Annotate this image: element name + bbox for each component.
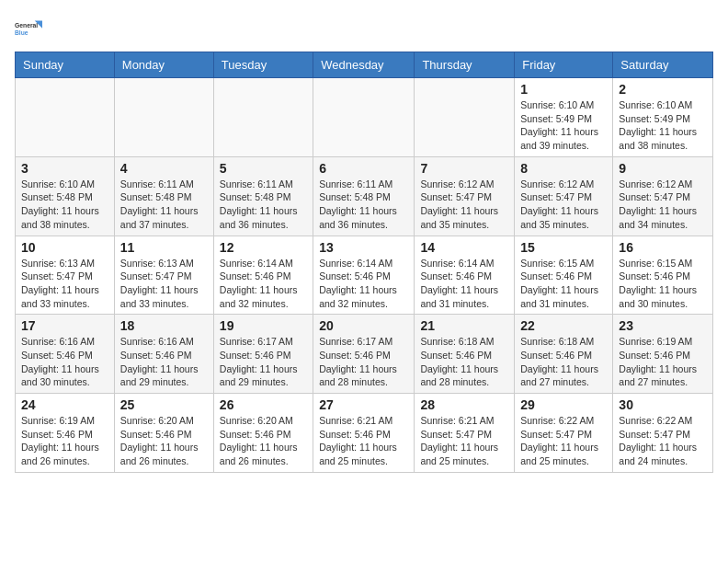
- calendar-cell: 29Sunrise: 6:22 AMSunset: 5:47 PMDayligh…: [515, 394, 613, 473]
- day-number: 3: [21, 161, 108, 176]
- calendar-cell: 24Sunrise: 6:19 AMSunset: 5:46 PMDayligh…: [16, 394, 115, 473]
- calendar-cell: 9Sunrise: 6:12 AMSunset: 5:47 PMDaylight…: [613, 156, 713, 236]
- column-header-thursday: Thursday: [415, 52, 515, 78]
- day-number: 11: [120, 240, 208, 255]
- calendar-cell: 26Sunrise: 6:20 AMSunset: 5:46 PMDayligh…: [213, 394, 313, 473]
- day-info: Sunrise: 6:18 AMSunset: 5:46 PMDaylight:…: [420, 335, 508, 389]
- calendar-cell: 7Sunrise: 6:12 AMSunset: 5:47 PMDaylight…: [415, 156, 515, 236]
- calendar-cell: 18Sunrise: 6:16 AMSunset: 5:46 PMDayligh…: [114, 315, 213, 394]
- calendar-cell: 2Sunrise: 6:10 AMSunset: 5:49 PMDaylight…: [613, 78, 713, 157]
- day-number: 20: [319, 318, 408, 333]
- day-number: 2: [619, 82, 707, 97]
- calendar-cell: 25Sunrise: 6:20 AMSunset: 5:46 PMDayligh…: [114, 394, 213, 473]
- day-info: Sunrise: 6:19 AMSunset: 5:46 PMDaylight:…: [619, 335, 707, 389]
- calendar-week-5: 24Sunrise: 6:19 AMSunset: 5:46 PMDayligh…: [16, 394, 713, 473]
- page-header: GeneralBlue: [15, 15, 713, 42]
- day-info: Sunrise: 6:14 AMSunset: 5:46 PMDaylight:…: [319, 257, 408, 311]
- calendar-cell: 3Sunrise: 6:10 AMSunset: 5:48 PMDaylight…: [16, 156, 115, 236]
- calendar-table: SundayMondayTuesdayWednesdayThursdayFrid…: [15, 52, 713, 473]
- day-number: 19: [220, 318, 307, 333]
- day-number: 8: [520, 161, 607, 176]
- day-info: Sunrise: 6:19 AMSunset: 5:46 PMDaylight:…: [21, 414, 108, 468]
- day-number: 10: [21, 240, 108, 255]
- calendar-cell: 1Sunrise: 6:10 AMSunset: 5:49 PMDaylight…: [515, 78, 613, 157]
- calendar-cell: 4Sunrise: 6:11 AMSunset: 5:48 PMDaylight…: [114, 156, 213, 236]
- calendar-cell: 14Sunrise: 6:14 AMSunset: 5:46 PMDayligh…: [415, 236, 515, 315]
- day-info: Sunrise: 6:17 AMSunset: 5:46 PMDaylight:…: [220, 335, 307, 389]
- column-header-saturday: Saturday: [613, 52, 713, 78]
- day-number: 30: [619, 397, 707, 412]
- day-info: Sunrise: 6:22 AMSunset: 5:47 PMDaylight:…: [520, 414, 607, 468]
- day-info: Sunrise: 6:16 AMSunset: 5:46 PMDaylight:…: [21, 335, 108, 389]
- calendar-cell: 30Sunrise: 6:22 AMSunset: 5:47 PMDayligh…: [613, 394, 713, 473]
- day-info: Sunrise: 6:13 AMSunset: 5:47 PMDaylight:…: [21, 257, 108, 311]
- day-number: 25: [120, 397, 208, 412]
- calendar-cell: 8Sunrise: 6:12 AMSunset: 5:47 PMDaylight…: [515, 156, 613, 236]
- day-info: Sunrise: 6:21 AMSunset: 5:46 PMDaylight:…: [319, 414, 408, 468]
- day-number: 5: [220, 161, 307, 176]
- day-info: Sunrise: 6:10 AMSunset: 5:49 PMDaylight:…: [520, 98, 607, 153]
- day-info: Sunrise: 6:14 AMSunset: 5:46 PMDaylight:…: [220, 257, 307, 311]
- day-number: 4: [120, 161, 208, 176]
- calendar-week-1: 1Sunrise: 6:10 AMSunset: 5:49 PMDaylight…: [16, 78, 713, 157]
- calendar-cell: 13Sunrise: 6:14 AMSunset: 5:46 PMDayligh…: [313, 236, 415, 315]
- calendar-cell: 17Sunrise: 6:16 AMSunset: 5:46 PMDayligh…: [16, 315, 115, 394]
- day-number: 13: [319, 240, 408, 255]
- calendar-cell: [415, 78, 515, 157]
- calendar-week-2: 3Sunrise: 6:10 AMSunset: 5:48 PMDaylight…: [16, 156, 713, 236]
- column-header-wednesday: Wednesday: [313, 52, 415, 78]
- calendar-cell: 20Sunrise: 6:17 AMSunset: 5:46 PMDayligh…: [313, 315, 415, 394]
- calendar-cell: [213, 78, 313, 157]
- day-info: Sunrise: 6:22 AMSunset: 5:47 PMDaylight:…: [619, 414, 707, 468]
- calendar-cell: 12Sunrise: 6:14 AMSunset: 5:46 PMDayligh…: [213, 236, 313, 315]
- day-info: Sunrise: 6:21 AMSunset: 5:47 PMDaylight:…: [420, 414, 508, 468]
- day-info: Sunrise: 6:12 AMSunset: 5:47 PMDaylight:…: [420, 178, 508, 232]
- day-info: Sunrise: 6:14 AMSunset: 5:46 PMDaylight:…: [420, 257, 508, 311]
- logo: GeneralBlue: [15, 15, 42, 42]
- logo-icon: GeneralBlue: [15, 15, 42, 42]
- day-info: Sunrise: 6:11 AMSunset: 5:48 PMDaylight:…: [120, 178, 208, 232]
- day-number: 7: [420, 161, 508, 176]
- day-number: 17: [21, 318, 108, 333]
- day-info: Sunrise: 6:15 AMSunset: 5:46 PMDaylight:…: [520, 257, 607, 311]
- calendar-cell: [16, 78, 115, 157]
- day-number: 6: [319, 161, 408, 176]
- day-number: 12: [220, 240, 307, 255]
- day-number: 15: [520, 240, 607, 255]
- svg-text:Blue: Blue: [15, 29, 28, 36]
- day-number: 21: [420, 318, 508, 333]
- day-number: 16: [619, 240, 707, 255]
- day-number: 22: [520, 318, 607, 333]
- day-info: Sunrise: 6:12 AMSunset: 5:47 PMDaylight:…: [520, 178, 607, 232]
- day-info: Sunrise: 6:11 AMSunset: 5:48 PMDaylight:…: [220, 178, 307, 232]
- calendar-cell: 27Sunrise: 6:21 AMSunset: 5:46 PMDayligh…: [313, 394, 415, 473]
- day-info: Sunrise: 6:11 AMSunset: 5:48 PMDaylight:…: [319, 178, 408, 232]
- calendar-cell: 5Sunrise: 6:11 AMSunset: 5:48 PMDaylight…: [213, 156, 313, 236]
- column-header-sunday: Sunday: [16, 52, 115, 78]
- day-number: 27: [319, 397, 408, 412]
- day-info: Sunrise: 6:17 AMSunset: 5:46 PMDaylight:…: [319, 335, 408, 389]
- column-header-tuesday: Tuesday: [213, 52, 313, 78]
- calendar-cell: 15Sunrise: 6:15 AMSunset: 5:46 PMDayligh…: [515, 236, 613, 315]
- day-info: Sunrise: 6:10 AMSunset: 5:49 PMDaylight:…: [619, 98, 707, 153]
- day-number: 26: [220, 397, 307, 412]
- day-number: 23: [619, 318, 707, 333]
- day-info: Sunrise: 6:18 AMSunset: 5:46 PMDaylight:…: [520, 335, 607, 389]
- calendar-cell: 28Sunrise: 6:21 AMSunset: 5:47 PMDayligh…: [415, 394, 515, 473]
- calendar-cell: [313, 78, 415, 157]
- calendar-cell: 10Sunrise: 6:13 AMSunset: 5:47 PMDayligh…: [16, 236, 115, 315]
- day-number: 24: [21, 397, 108, 412]
- calendar-cell: 22Sunrise: 6:18 AMSunset: 5:46 PMDayligh…: [515, 315, 613, 394]
- day-info: Sunrise: 6:13 AMSunset: 5:47 PMDaylight:…: [120, 257, 208, 311]
- calendar-cell: 19Sunrise: 6:17 AMSunset: 5:46 PMDayligh…: [213, 315, 313, 394]
- calendar-cell: 16Sunrise: 6:15 AMSunset: 5:46 PMDayligh…: [613, 236, 713, 315]
- calendar-cell: [114, 78, 213, 157]
- day-info: Sunrise: 6:12 AMSunset: 5:47 PMDaylight:…: [619, 178, 707, 232]
- day-info: Sunrise: 6:10 AMSunset: 5:48 PMDaylight:…: [21, 178, 108, 232]
- day-number: 18: [120, 318, 208, 333]
- day-info: Sunrise: 6:15 AMSunset: 5:46 PMDaylight:…: [619, 257, 707, 311]
- day-info: Sunrise: 6:20 AMSunset: 5:46 PMDaylight:…: [220, 414, 307, 468]
- day-number: 29: [520, 397, 607, 412]
- day-info: Sunrise: 6:20 AMSunset: 5:46 PMDaylight:…: [120, 414, 208, 468]
- day-number: 9: [619, 161, 707, 176]
